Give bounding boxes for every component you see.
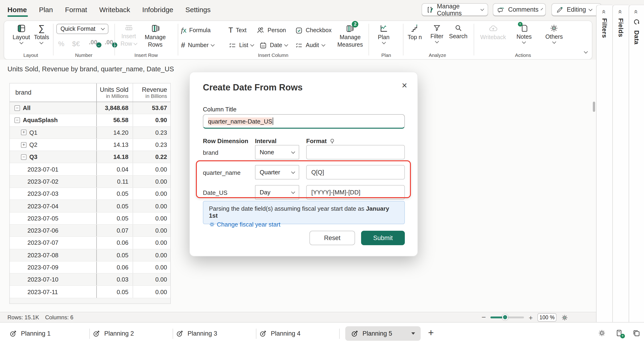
table-row[interactable]: − All 3,848.68 53.67 [10, 102, 170, 114]
sheet-tab[interactable]: Planning 1 [6, 328, 90, 339]
sheet-settings-gear-icon[interactable] [598, 329, 606, 337]
table-row[interactable]: 2023-07-03 0.05 0.00 [10, 188, 170, 200]
zoom-out-button[interactable]: − [482, 313, 486, 322]
tab-menu-icon[interactable] [411, 332, 415, 335]
submit-button[interactable]: Submit [361, 231, 405, 245]
target-icon [351, 329, 359, 337]
menu-plan[interactable]: Plan [39, 5, 53, 13]
manage-rows-button[interactable]: Manage Rows [145, 24, 166, 48]
table-settings-gear-icon[interactable] [561, 314, 568, 321]
format-input[interactable]: Q[Q] [306, 165, 405, 180]
zoom-slider-thumb[interactable] [502, 314, 508, 320]
format-input[interactable] [306, 145, 405, 159]
zoom-in-button[interactable]: + [528, 313, 533, 321]
column-header-revenue[interactable]: Revenue in Billions [132, 83, 171, 102]
audit-column-button[interactable]: Audit [295, 40, 324, 51]
menu-format[interactable]: Format [65, 5, 87, 13]
expand-panel-icon[interactable]: « [600, 10, 608, 14]
table-row[interactable]: 2023-07-04 0.05 0.00 [10, 200, 170, 213]
row-label-cell: 2023-07-11 [10, 286, 96, 298]
units-cell: 0.05 [96, 200, 132, 212]
row-toggle-icon[interactable]: − [14, 117, 20, 123]
column-title-input[interactable]: quarter_name-Date_US [203, 114, 405, 129]
editing-mode-button[interactable]: Editing [552, 3, 602, 16]
lightbulb-icon[interactable] [329, 138, 336, 144]
person-icon [256, 26, 265, 35]
menu-settings[interactable]: Settings [186, 5, 210, 13]
table-row[interactable]: 2023-07-06 0.07 0.00 [10, 225, 170, 237]
table-row[interactable]: 2023-07-07 0.06 0.00 [10, 237, 170, 249]
plan-button[interactable]: Plan [378, 24, 390, 44]
expand-panel-icon[interactable]: « [632, 10, 640, 14]
vertical-scrollbar-thumb[interactable] [593, 102, 595, 112]
target-icon [176, 329, 184, 337]
all-sheets-icon[interactable] [632, 329, 640, 337]
menu-infobridge[interactable]: Infobridge [142, 5, 173, 13]
units-cell: 56.58 [96, 114, 132, 126]
column-header-brand[interactable]: brand [10, 83, 96, 102]
table-row[interactable]: 2023-07-09 0.06 0.00 [10, 261, 170, 274]
sheet-tab[interactable]: Planning 3 [173, 328, 256, 339]
table-row[interactable]: + Q2 14.13 0.23 [10, 139, 170, 151]
row-toggle-icon[interactable]: − [21, 154, 26, 160]
filters-panel-strip[interactable]: « Filters [596, 5, 612, 322]
row-label: Q1 [29, 129, 38, 136]
change-fiscal-year-link[interactable]: Change fiscal year start [209, 221, 399, 228]
table-row[interactable]: 2023-07-11 0.05 0.00 [10, 286, 170, 298]
notes-button[interactable]: + Notes [516, 24, 532, 44]
totals-button[interactable]: ∑ Totals [34, 24, 49, 44]
interval-select[interactable]: Day [255, 185, 299, 200]
zoom-level-value[interactable]: 100 % [538, 313, 556, 322]
table-row[interactable]: − Q3 14.18 0.22 [10, 151, 170, 163]
layout-group-label: Layout [23, 52, 38, 58]
actions-group-label: Actions [515, 52, 531, 58]
number-column-button[interactable]: # Number [181, 40, 214, 51]
refresh-icon[interactable] [633, 19, 640, 26]
new-sheet-icon[interactable]: + [615, 329, 623, 337]
data-panel-strip[interactable]: « Data [629, 5, 644, 322]
list-column-button[interactable]: List [228, 40, 254, 51]
table-row[interactable]: 2023-07-05 0.05 0.00 [10, 212, 170, 225]
add-sheet-button[interactable]: + [428, 327, 434, 338]
table-row[interactable]: − AquaSplash 56.58 0.90 [10, 114, 170, 127]
interval-select[interactable]: None [255, 145, 299, 159]
column-header-units-sold[interactable]: Units Sold in Millions [96, 83, 132, 102]
person-column-button[interactable]: Person [256, 25, 286, 36]
manage-columns-button[interactable]: Manage Columns [422, 3, 488, 16]
date-column-button[interactable]: Date [259, 40, 288, 51]
filter-button[interactable]: Filter [430, 24, 444, 43]
manage-measures-button[interactable]: 2 Manage Measures [337, 24, 363, 48]
table-row[interactable]: 2023-07-02 0.11 0.00 [10, 176, 170, 188]
fields-panel-strip[interactable]: « Fields [612, 5, 629, 322]
table-row[interactable]: + Q1 14.20 0.23 [10, 126, 170, 139]
expand-panel-icon[interactable]: « [617, 10, 625, 14]
text-column-button[interactable]: T Text [228, 25, 246, 36]
reset-button[interactable]: Reset [310, 231, 355, 245]
sheet-tab[interactable]: Planning 2 [90, 328, 173, 339]
layout-button[interactable]: Layout [12, 24, 30, 44]
zoom-slider[interactable] [490, 317, 524, 318]
top-n-button[interactable]: Top n [408, 24, 422, 41]
others-button[interactable]: Others [545, 24, 563, 44]
menu-home[interactable]: Home [8, 5, 27, 13]
table-row[interactable]: 2023-07-01 0.04 0.00 [10, 163, 170, 176]
row-toggle-icon[interactable]: + [21, 130, 26, 135]
formula-column-button[interactable]: fx Formula [181, 25, 210, 36]
sheet-tab[interactable]: Planning 4 [256, 328, 340, 339]
row-toggle-icon[interactable]: − [14, 105, 20, 111]
row-toggle-icon[interactable]: + [21, 142, 26, 147]
close-icon[interactable]: × [402, 81, 407, 90]
table-row[interactable]: 2023-07-08 0.05 0.00 [10, 249, 170, 261]
format-input[interactable]: [YYYY]-[MM]-[DD] [306, 185, 405, 200]
table-row[interactable]: 2023-07-10 0.03 0.00 [10, 274, 170, 286]
active-sheet-tab[interactable]: Planning 5 [345, 326, 421, 341]
search-button[interactable]: Search [449, 24, 468, 40]
interval-select[interactable]: Quarter [255, 165, 299, 180]
revenue-cell: 0.00 [132, 212, 171, 224]
quick-format-dropdown[interactable]: Quick Format [56, 24, 108, 34]
comments-button[interactable]: Comments [493, 3, 546, 16]
ribbon-collapse-icon[interactable] [584, 50, 588, 54]
date-label: Date [270, 42, 282, 49]
menu-writeback[interactable]: Writeback [99, 5, 130, 13]
checkbox-column-button[interactable]: Checkbox [295, 25, 332, 36]
